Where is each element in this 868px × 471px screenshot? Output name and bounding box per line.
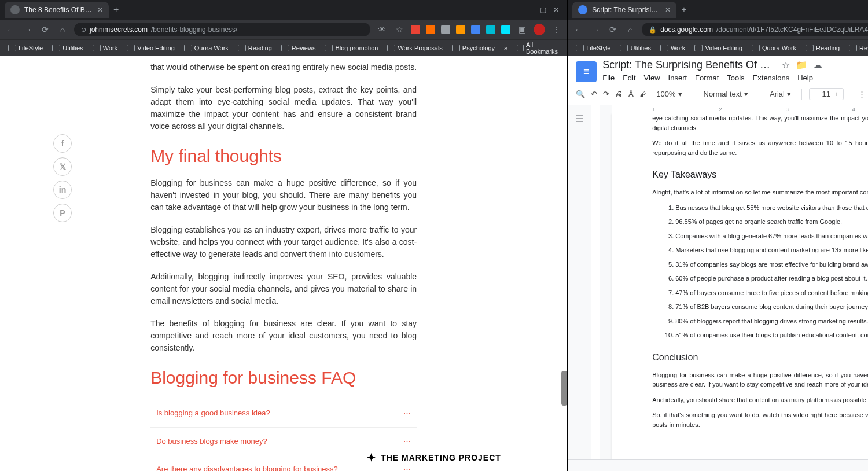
bookmark-reviews[interactable]: Reviews bbox=[278, 43, 319, 53]
linkedin-icon[interactable]: in bbox=[53, 181, 72, 199]
minimize-button[interactable]: — bbox=[526, 6, 533, 14]
menu-extensions[interactable]: Extensions bbox=[753, 73, 790, 82]
bookmark-work[interactable]: Work bbox=[89, 43, 121, 53]
ext-icon-6[interactable] bbox=[486, 25, 495, 34]
menu-icon[interactable]: ⋮ bbox=[551, 25, 562, 34]
bookmark-utilities[interactable]: Utilities bbox=[49, 43, 86, 53]
paragraph[interactable]: eye-catching social media updates. This … bbox=[652, 113, 868, 133]
menu-file[interactable]: File bbox=[602, 73, 615, 82]
paragraph[interactable]: Alright, that's a lot of information so … bbox=[652, 187, 868, 197]
reload-button[interactable]: ⟳ bbox=[607, 25, 619, 34]
move-icon[interactable]: 📁 bbox=[796, 60, 807, 71]
home-button[interactable]: ⌂ bbox=[624, 25, 636, 34]
decrease-size[interactable]: − bbox=[814, 90, 819, 98]
paragraph[interactable]: We do it all the time and it saves us an… bbox=[652, 138, 868, 157]
home-button[interactable]: ⌂ bbox=[57, 25, 68, 34]
all-bookmarks[interactable]: All Bookmarks bbox=[513, 39, 562, 57]
bookmark-video-editing[interactable]: Video Editing bbox=[123, 43, 178, 53]
bookmarks-overflow[interactable]: » bbox=[501, 45, 511, 51]
ext-icon-1[interactable] bbox=[411, 25, 420, 34]
scrollbar-thumb[interactable] bbox=[561, 371, 567, 406]
faq-item-2[interactable]: Do business blogs make money?⋯ bbox=[150, 427, 417, 455]
bookmark-work[interactable]: Work bbox=[657, 43, 689, 53]
font-dropdown[interactable]: Arial ▾ bbox=[766, 89, 795, 100]
menu-view[interactable]: View bbox=[644, 73, 660, 82]
forward-button[interactable]: → bbox=[590, 25, 601, 34]
bookmark-reviews[interactable]: Reviews bbox=[845, 43, 868, 53]
bookmark-lifestyle[interactable]: LifeStyle bbox=[572, 43, 614, 53]
bookmark-reading[interactable]: Reading bbox=[234, 43, 275, 53]
font-size-value[interactable]: 11 bbox=[822, 90, 830, 98]
docs-page-scroll[interactable]: 1234567 eye-catching social media update… bbox=[600, 105, 868, 459]
pinterest-icon[interactable]: P bbox=[53, 204, 72, 222]
style-dropdown[interactable]: Normal text ▾ bbox=[700, 89, 752, 100]
back-button[interactable]: ← bbox=[5, 25, 16, 34]
tab-close-icon[interactable]: ✕ bbox=[97, 6, 103, 14]
back-button[interactable]: ← bbox=[572, 25, 584, 34]
paragraph[interactable]: Blogging for business can make a huge po… bbox=[652, 370, 868, 389]
cloud-icon[interactable]: ☁ bbox=[813, 60, 822, 71]
heading-conclusion[interactable]: Conclusion bbox=[652, 351, 868, 365]
tab-close-icon[interactable]: ✕ bbox=[665, 6, 671, 14]
star-icon[interactable]: ☆ bbox=[782, 60, 790, 71]
bookmark-psychology[interactable]: Psychology bbox=[448, 43, 498, 53]
close-button[interactable]: ✕ bbox=[553, 6, 559, 14]
bookmark-video-editing[interactable]: Video Editing bbox=[691, 43, 746, 53]
ext-icon-2[interactable] bbox=[426, 25, 435, 34]
reload-button[interactable]: ⟳ bbox=[39, 25, 51, 34]
list-item[interactable]: 31% of companies say blogs are most effe… bbox=[675, 260, 868, 270]
twitter-icon[interactable]: 𝕏 bbox=[53, 157, 72, 176]
more-toolbar-icon[interactable]: ⋮ bbox=[858, 90, 866, 98]
ext-icon-3[interactable] bbox=[441, 25, 450, 34]
menu-tools[interactable]: Tools bbox=[727, 73, 744, 82]
bookmark-blog-promotion[interactable]: Blog promotion bbox=[321, 43, 381, 53]
site-info-icon[interactable]: 🔒 bbox=[649, 26, 657, 34]
docs-logo-icon[interactable]: ≡ bbox=[576, 61, 597, 82]
list-item[interactable]: Businesses that blog get 55% more websit… bbox=[675, 203, 868, 213]
list-item[interactable]: 60% of people purchase a product after r… bbox=[675, 274, 868, 284]
redo-icon[interactable]: ↷ bbox=[603, 90, 609, 98]
list-item[interactable]: 71% of B2B buyers consume blog content d… bbox=[675, 302, 868, 312]
menu-format[interactable]: Format bbox=[695, 73, 719, 82]
url-field[interactable]: ⊙ johnimsecrets.com/benefits-blogging-bu… bbox=[74, 23, 370, 36]
list-item[interactable]: 96.55% of pages get no organic search tr… bbox=[675, 217, 868, 227]
puzzle-icon[interactable]: ▣ bbox=[516, 25, 528, 34]
left-tab[interactable]: The 8 Benefits Of Blogging For... ✕ bbox=[5, 2, 109, 18]
list-item[interactable]: 80% of bloggers report that blogging dri… bbox=[675, 317, 868, 326]
doc-title[interactable]: Script: The Surprising Benefits Of Blogg… bbox=[602, 59, 776, 71]
ext-icon-7[interactable] bbox=[501, 25, 510, 34]
font-size-control[interactable]: − 11 + bbox=[809, 88, 844, 100]
list-item[interactable]: Companies with a blog generate 67% more … bbox=[675, 231, 868, 241]
heading-key-takeaways[interactable]: Key Takeaways bbox=[652, 168, 868, 182]
ext-icon-4[interactable] bbox=[456, 25, 465, 34]
bookmark-work-proposals[interactable]: Work Proposals bbox=[384, 43, 446, 53]
print-icon[interactable]: 🖨 bbox=[615, 90, 623, 98]
bookmark-quora-work[interactable]: Quora Work bbox=[181, 43, 232, 53]
increase-size[interactable]: + bbox=[834, 90, 838, 98]
forward-button[interactable]: → bbox=[22, 25, 34, 34]
ext-icon-5[interactable] bbox=[471, 25, 480, 34]
menu-edit[interactable]: Edit bbox=[623, 73, 635, 82]
list-item[interactable]: 47% of buyers consume three to five piec… bbox=[675, 288, 868, 298]
paragraph[interactable]: So, if that's something you want to do, … bbox=[652, 410, 868, 429]
bookmark-quora-work[interactable]: Quora Work bbox=[748, 43, 800, 53]
new-tab-button[interactable]: + bbox=[109, 2, 123, 17]
eye-icon[interactable]: 👁 bbox=[376, 25, 388, 34]
list-item[interactable]: 51% of companies use their blogs to publ… bbox=[675, 330, 868, 340]
bookmark-star-icon[interactable]: ☆ bbox=[393, 25, 405, 34]
spellcheck-icon[interactable]: Ǎ bbox=[628, 90, 634, 98]
new-tab-button[interactable]: + bbox=[676, 2, 691, 17]
document-page[interactable]: eye-catching social media updates. This … bbox=[612, 113, 868, 459]
site-info-icon[interactable]: ⊙ bbox=[81, 26, 86, 34]
zoom-dropdown[interactable]: 100% ▾ bbox=[653, 89, 685, 100]
menu-insert[interactable]: Insert bbox=[668, 73, 687, 82]
takeaways-list[interactable]: Businesses that blog get 55% more websit… bbox=[652, 203, 868, 340]
search-icon[interactable]: 🔍 bbox=[576, 90, 585, 98]
right-tab[interactable]: Script: The Surprising Benefits ... ✕ bbox=[572, 2, 676, 18]
maximize-button[interactable]: ▢ bbox=[540, 6, 546, 14]
menu-help[interactable]: Help bbox=[797, 73, 813, 82]
undo-icon[interactable]: ↶ bbox=[591, 90, 597, 98]
profile-avatar[interactable] bbox=[534, 24, 545, 35]
faq-item-1[interactable]: Is blogging a good business idea?⋯ bbox=[150, 399, 417, 427]
facebook-icon[interactable]: f bbox=[53, 134, 72, 153]
